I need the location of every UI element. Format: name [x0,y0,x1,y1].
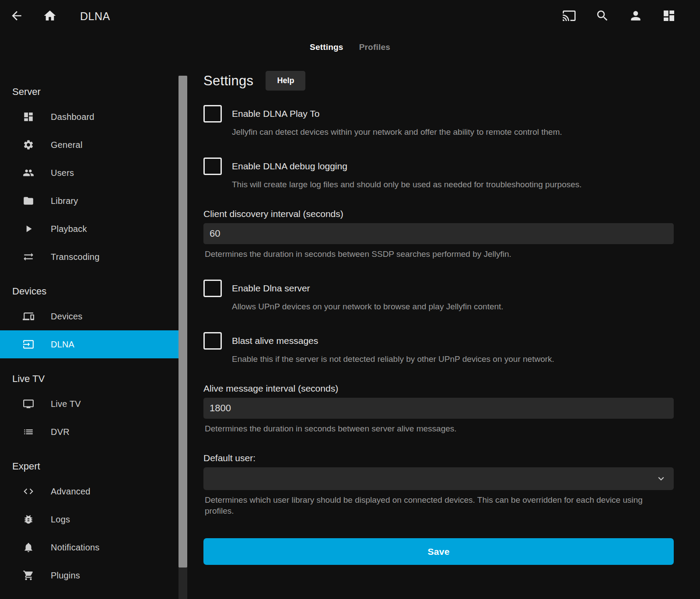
tv-icon [23,398,34,410]
sidebar-item-dlna[interactable]: DLNA [0,330,178,358]
top-bar: DLNA [0,0,700,33]
sidebar-item-label: Dashboard [51,112,94,122]
sidebar-item-label: Devices [51,312,83,322]
sidebar-item-general[interactable]: General [0,131,178,159]
blast-alive-label[interactable]: Blast alive messages [232,336,318,346]
enable-dlna-server-label[interactable]: Enable Dlna server [232,283,310,294]
cart-icon [23,570,34,581]
help-button[interactable]: Help [266,71,305,91]
sidebar-item-label: Live TV [51,399,81,409]
heading-row: Settings Help [203,71,674,91]
sidebar-item-transcoding[interactable]: Transcoding [0,243,178,271]
sidebar: Server Dashboard General Users Library P… [0,61,178,599]
alive-interval-input[interactable] [203,398,674,419]
blast-alive-description: Enable this if the server is not detecte… [232,354,674,364]
sidebar-item-live-tv[interactable]: Live TV [0,390,178,418]
enable-play-to-description: Jellyfin can detect devices within your … [232,126,674,137]
default-user-description: Determines which user library should be … [205,494,674,516]
user-button[interactable] [628,9,643,24]
field-discovery-interval: Client discovery interval (seconds) Dete… [203,208,674,259]
home-button[interactable] [42,9,57,24]
cast-icon [562,9,576,24]
debug-logging-checkbox[interactable] [203,158,222,175]
sidebar-item-playback[interactable]: Playback [0,215,178,243]
alive-interval-label: Alive message interval (seconds) [203,383,674,394]
bug-icon [23,514,34,525]
alive-interval-description: Determines the duration in seconds betwe… [205,423,674,434]
sidebar-item-label: DLNA [51,340,74,350]
blast-alive-checkbox[interactable] [203,332,222,350]
enable-play-to-label[interactable]: Enable DLNA Play To [232,109,319,119]
dlna-input-icon [23,339,34,350]
default-user-label: Default user: [203,452,674,464]
top-bar-right [562,9,676,24]
user-icon [629,9,643,24]
enable-play-to-checkbox[interactable] [203,105,222,123]
tab-settings[interactable]: Settings [310,42,343,52]
sidebar-item-label: Logs [51,515,70,525]
sidebar-item-notifications[interactable]: Notifications [0,533,178,561]
discovery-interval-description: Determines the duration in seconds betwe… [205,249,674,259]
sidebar-item-plugins[interactable]: Plugins [0,561,178,589]
search-button[interactable] [595,9,610,24]
sidebar-item-label: Library [51,196,78,206]
debug-logging-description: This will create large log files and sho… [232,179,674,190]
debug-logging-label[interactable]: Enable DLNA debug logging [232,161,347,172]
field-alive-interval: Alive message interval (seconds) Determi… [203,383,674,434]
chevron-down-icon [655,473,667,484]
dashboard-button[interactable] [662,9,676,24]
discovery-interval-input[interactable] [203,223,674,244]
sidebar-item-logs[interactable]: Logs [0,505,178,533]
sidebar-item-label: Playback [51,224,87,234]
dashboard-icon [23,111,34,123]
transcode-icon [23,251,34,263]
sidebar-item-users[interactable]: Users [0,159,178,187]
sidebar-item-label: DVR [51,427,70,437]
dashboard-icon [662,9,676,24]
sidebar-item-label: General [51,140,83,150]
code-icon [23,486,34,497]
field-default-user: Default user: Determines which user libr… [203,452,674,516]
field-debug-logging: Enable DLNA debug logging This will crea… [203,158,674,190]
sidebar-scrollbar[interactable] [178,61,187,599]
back-arrow-icon [10,9,24,24]
sidebar-section-devices: Devices [0,285,178,298]
bell-icon [23,542,34,553]
tab-bar: Settings Profiles [0,33,700,61]
sidebar-section-live-tv: Live TV [0,372,178,385]
page-title: DLNA [80,10,110,23]
field-enable-dlna-server: Enable Dlna server Allows UPnP devices o… [203,280,674,312]
home-icon [43,9,57,24]
top-bar-left: DLNA [9,9,110,24]
sidebar-item-devices[interactable]: Devices [0,302,178,330]
devices-icon [23,311,34,322]
cast-button[interactable] [562,9,577,24]
dlna-settings-form: Settings Help Enable DLNA Play To Jellyf… [187,61,700,599]
sidebar-item-label: Users [51,168,74,178]
back-button[interactable] [9,9,24,24]
sidebar-item-dvr[interactable]: DVR [0,418,178,446]
sidebar-item-label: Transcoding [51,252,100,262]
tab-profiles[interactable]: Profiles [359,42,390,52]
users-icon [23,167,34,179]
sidebar-section-server: Server [0,85,178,98]
enable-dlna-server-checkbox[interactable] [203,280,222,297]
app-root: DLNA Settings Profiles Server [0,0,700,599]
default-user-select[interactable] [203,467,674,490]
scrollbar-track[interactable] [178,76,187,599]
list-icon [23,426,34,438]
page-heading: Settings [203,71,253,91]
sidebar-item-dashboard[interactable]: Dashboard [0,103,178,131]
sidebar-item-library[interactable]: Library [0,187,178,215]
enable-dlna-server-description: Allows UPnP devices on your network to b… [232,301,674,312]
field-blast-alive: Blast alive messages Enable this if the … [203,332,674,364]
sidebar-section-expert: Expert [0,460,178,473]
gear-icon [23,139,34,151]
scrollbar-thumb[interactable] [178,76,187,567]
folder-icon [23,195,34,207]
save-button[interactable]: Save [203,538,674,565]
sidebar-item-advanced[interactable]: Advanced [0,477,178,505]
sidebar-item-label: Plugins [51,571,80,581]
discovery-interval-label: Client discovery interval (seconds) [203,208,674,220]
sidebar-item-label: Advanced [51,487,91,497]
